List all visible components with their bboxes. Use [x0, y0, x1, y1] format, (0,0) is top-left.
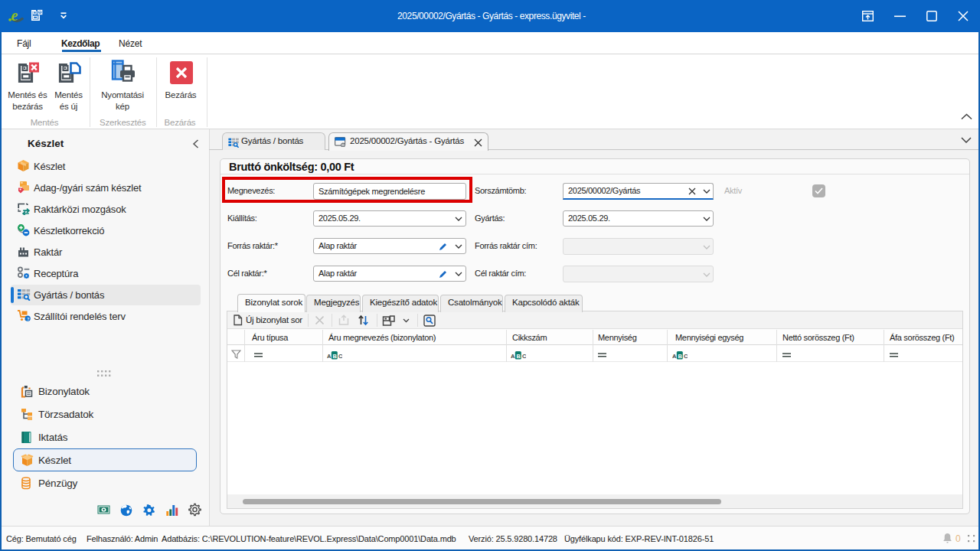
svg-text:A: A — [327, 353, 332, 360]
svg-text:C: C — [338, 353, 342, 360]
svg-text:B: B — [517, 353, 521, 360]
svg-text:B: B — [678, 353, 683, 360]
svg-text:e: e — [11, 8, 18, 23]
svg-text:A: A — [511, 353, 515, 360]
svg-text:C: C — [522, 353, 526, 360]
svg-text:C: C — [684, 353, 688, 360]
svg-text:B: B — [333, 353, 338, 360]
svg-text:A: A — [672, 353, 677, 360]
